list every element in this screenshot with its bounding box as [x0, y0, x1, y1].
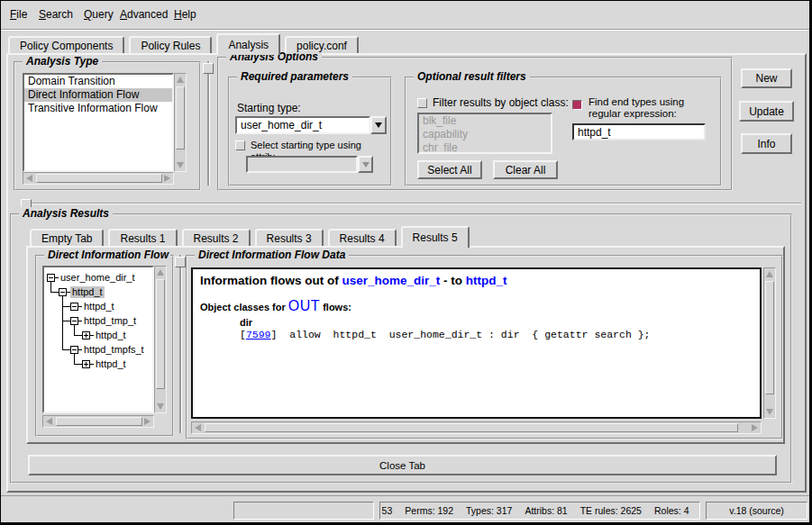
required-parameters-title: Required parameters — [237, 70, 352, 83]
tree-connector — [74, 364, 82, 365]
tree-node[interactable]: user_home_dir_t — [59, 272, 137, 284]
list-item[interactable]: chr_file — [419, 141, 551, 154]
new-button[interactable]: New — [741, 68, 792, 88]
starting-type-dropdown-button[interactable] — [370, 116, 387, 134]
menu-help[interactable]: Help — [174, 8, 196, 21]
object-class-listbox[interactable]: blk_filecapabilitychr_file — [417, 113, 552, 154]
tree-collapse-icon[interactable] — [70, 303, 78, 311]
tree-node[interactable]: httpd_t — [94, 358, 128, 370]
data-hscrollbar[interactable] — [191, 421, 762, 434]
analysis-type-vscrollbar[interactable] — [174, 73, 187, 172]
scrollbar-thumb[interactable] — [765, 281, 774, 394]
list-item[interactable]: blk_file — [419, 114, 551, 128]
tree-node[interactable]: httpd_t — [70, 286, 105, 298]
results-tab-results-1[interactable]: Results 1 — [108, 229, 177, 246]
tree-collapse-icon[interactable] — [47, 274, 55, 282]
sash-handle[interactable] — [203, 63, 214, 74]
scroll-left-icon[interactable] — [195, 424, 201, 431]
clear-all-button[interactable]: Clear All — [493, 160, 558, 179]
scroll-up-icon[interactable] — [157, 269, 164, 276]
regex-checkbox[interactable] — [572, 100, 582, 110]
scroll-left-icon[interactable] — [26, 175, 32, 182]
menu-advanced[interactable]: Advanced — [120, 8, 168, 21]
scroll-down-icon[interactable] — [766, 409, 773, 415]
attrib-checkbox[interactable] — [235, 140, 245, 150]
flow-data-title: Direct Information Flow Data — [195, 249, 349, 261]
scrollbar-thumb[interactable] — [156, 279, 165, 389]
tree-connector — [50, 282, 51, 293]
sash-handle[interactable] — [175, 257, 186, 267]
main-tab-bar: Policy ComponentsPolicy RulesAnalysispol… — [8, 33, 363, 55]
tab-policy-rules[interactable]: Policy Rules — [129, 36, 212, 53]
results-sash-vertical[interactable] — [179, 255, 182, 433]
list-item[interactable]: Direct Information Flow — [24, 88, 172, 102]
status-stat: Attribs: 81 — [525, 505, 567, 516]
tree-expand-icon[interactable] — [82, 360, 90, 368]
tree-collapse-icon[interactable] — [70, 346, 78, 354]
data-vscrollbar[interactable] — [763, 267, 776, 419]
tree-connector — [74, 354, 75, 365]
results-tab-results-2[interactable]: Results 2 — [182, 229, 251, 246]
results-tab-results-4[interactable]: Results 4 — [328, 229, 397, 246]
analysis-type-listbox[interactable]: Domain TransitionDirect Information Flow… — [23, 73, 174, 172]
update-button-label: Update — [749, 105, 784, 118]
results-tab-results-5[interactable]: Results 5 — [401, 226, 470, 248]
pane-sash-vertical[interactable] — [207, 61, 210, 186]
flow-tree[interactable]: user_home_dir_thttpd_thttpd_thttpd_tmp_t… — [42, 266, 154, 413]
object-class-checkbox[interactable] — [417, 98, 427, 108]
rule-number-link[interactable]: 7599 — [246, 329, 271, 340]
close-tab-button[interactable]: Close Tab — [28, 455, 777, 475]
list-item[interactable]: Transitive Information Flow — [24, 102, 172, 115]
object-class-checkbox-row[interactable]: Filter results by object class: — [417, 97, 569, 109]
tree-node[interactable]: httpd_t — [94, 330, 128, 341]
tree-node[interactable]: httpd_tmpfs_t — [82, 344, 146, 356]
pane-sash-horizontal[interactable] — [32, 203, 801, 204]
scrollbar-thumb[interactable] — [176, 86, 185, 149]
scroll-right-icon[interactable] — [752, 424, 758, 431]
update-button[interactable]: Update — [739, 101, 794, 122]
starting-type-value: user_home_dir_t — [241, 119, 322, 131]
attrib-combobox-disabled[interactable] — [246, 156, 358, 173]
results-tab-empty-tab[interactable]: Empty Tab — [30, 229, 104, 246]
scroll-right-icon[interactable] — [164, 175, 170, 182]
menu-search[interactable]: Search — [39, 8, 73, 21]
tree-hscrollbar[interactable] — [42, 415, 154, 428]
tree-connector — [62, 321, 70, 321]
results-tab-results-3[interactable]: Results 3 — [255, 229, 324, 246]
scrollbar-thumb[interactable] — [56, 417, 142, 426]
tab-policy-conf[interactable]: policy.conf — [285, 36, 359, 53]
analysis-results-title: Analysis Results — [19, 207, 113, 220]
tab-analysis[interactable]: Analysis — [216, 33, 280, 55]
tree-vscrollbar[interactable] — [154, 266, 167, 413]
status-stat: Perms: 192 — [405, 505, 453, 516]
scroll-up-icon[interactable] — [177, 77, 184, 83]
policy-version: v.18 (source) — [729, 505, 784, 516]
tree-collapse-icon[interactable] — [59, 288, 67, 296]
attrib-dropdown-button[interactable] — [358, 156, 373, 173]
chevron-down-icon — [362, 162, 370, 167]
scroll-right-icon[interactable] — [144, 418, 151, 425]
tab-policy-components[interactable]: Policy Components — [8, 36, 124, 53]
scrollbar-thumb[interactable] — [36, 174, 162, 183]
menu-file[interactable]: File — [10, 8, 27, 21]
tree-collapse-icon[interactable] — [70, 317, 78, 325]
tree-node[interactable]: httpd_t — [82, 301, 116, 312]
list-item[interactable]: capability — [419, 128, 551, 141]
info-button[interactable]: Info — [741, 133, 792, 154]
regex-input[interactable]: httpd_t — [572, 123, 706, 140]
regex-checkbox-row[interactable]: Find end types using regular expression: — [572, 96, 718, 120]
flow-data-textbox[interactable]: Information flows out of user_home_dir_t… — [191, 267, 762, 419]
scrollbar-thumb[interactable] — [205, 423, 738, 432]
starting-type-combobox[interactable]: user_home_dir_t — [235, 116, 370, 134]
list-item[interactable]: Domain Transition — [24, 75, 172, 88]
analysis-type-hscrollbar[interactable] — [23, 172, 174, 185]
new-button-label: New — [755, 72, 777, 85]
scroll-down-icon[interactable] — [157, 403, 164, 410]
scroll-left-icon[interactable] — [46, 418, 52, 425]
tree-node[interactable]: httpd_tmp_t — [82, 315, 138, 327]
menu-query[interactable]: Query — [84, 8, 114, 21]
select-all-button[interactable]: Select All — [417, 160, 482, 179]
tree-expand-icon[interactable] — [82, 331, 90, 339]
scroll-up-icon[interactable] — [766, 271, 773, 277]
scroll-down-icon[interactable] — [177, 162, 184, 168]
